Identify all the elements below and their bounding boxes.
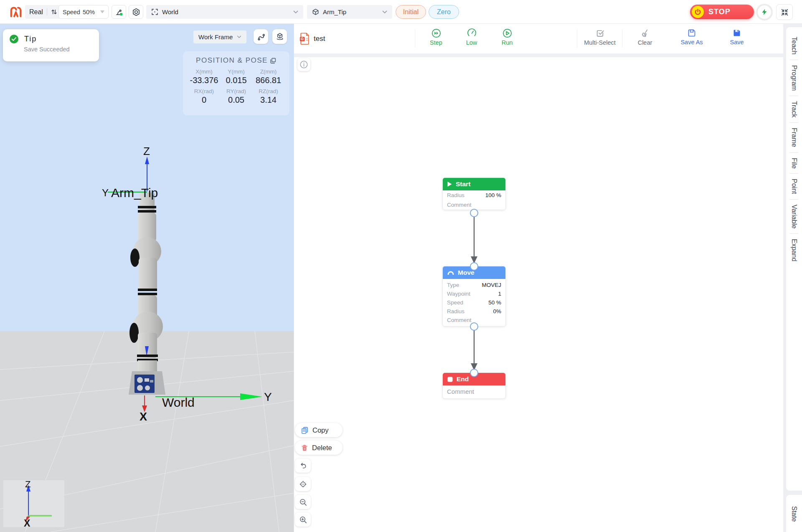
stop-square-icon [447, 377, 453, 382]
clear-button[interactable]: Clear [626, 28, 664, 46]
trajectory-toggle-button[interactable] [254, 29, 268, 44]
node-move[interactable]: Move TypeMOVEJ Waypoint1 Speed50 % Radiu… [442, 266, 506, 327]
toast-title: Tip [24, 35, 37, 43]
divider [790, 60, 798, 60]
copy-icon [301, 426, 309, 434]
state-tab-card: State [786, 495, 802, 532]
zero-button[interactable]: Zero [429, 5, 459, 19]
node-row: Waypoint1 [443, 289, 505, 298]
world-y-label: Y [264, 390, 272, 403]
mini-axes-gizmo: Z X [3, 479, 64, 529]
target-icon [299, 480, 307, 488]
chevron-down-icon [100, 10, 104, 13]
save-icon [732, 28, 741, 38]
zoom-in-button[interactable] [295, 512, 311, 527]
delete-menu-item[interactable]: Delete [295, 441, 343, 455]
save-as-button[interactable]: Save As [673, 28, 711, 46]
undo-button[interactable] [295, 459, 311, 473]
settings-button[interactable] [129, 5, 143, 19]
pose-label: Y(mm) [220, 68, 252, 75]
zoom-in-icon [299, 516, 307, 524]
collapse-view-button[interactable] [776, 4, 793, 20]
mode-selector[interactable]: Real [25, 5, 61, 19]
top-bar: Real Speed 50% World Arm_Tip [0, 0, 802, 24]
tab-frame[interactable]: Frame [791, 123, 797, 152]
move-arc-icon [447, 271, 454, 275]
zoom-out-button[interactable] [295, 495, 311, 509]
step-button[interactable]: Step [417, 28, 455, 46]
node-row: Comment [443, 316, 505, 324]
node-start[interactable]: Start Radius100 % Comment [442, 177, 506, 210]
pose-value: -33.376 [188, 76, 220, 85]
chevron-down-icon [237, 35, 241, 38]
pose-value: 0 [188, 95, 220, 105]
work-frame-selector[interactable]: Work Frame [193, 30, 246, 43]
world-x-label: X [140, 410, 147, 423]
tab-track[interactable]: Track [791, 96, 797, 122]
app-logo-icon [8, 4, 23, 19]
side-tab-card: Teach Program Track Frame File Point Var… [786, 27, 802, 491]
info-button[interactable] [297, 58, 310, 71]
tip-z-label: Z [143, 145, 150, 157]
pose-label: RX(rad) [188, 88, 220, 94]
multi-select-button[interactable]: Multi-Select [575, 28, 625, 46]
info-icon [299, 60, 308, 69]
pose-label: Z(mm) [252, 68, 284, 75]
node-row: Comment [443, 385, 505, 398]
connector-port[interactable] [470, 209, 478, 217]
multi-select-icon [595, 28, 605, 38]
copy-menu-item[interactable]: Copy [295, 423, 343, 437]
view-cube-button[interactable] [272, 29, 287, 44]
divider [47, 8, 47, 15]
pose-panel-title: POSITION & POSE [196, 56, 268, 65]
node-end[interactable]: End Comment [442, 372, 506, 399]
trash-icon [301, 444, 308, 452]
tab-program[interactable]: Program [791, 61, 797, 95]
tab-state[interactable]: State [791, 502, 797, 526]
collapse-icon [781, 8, 789, 16]
pose-values-grid: X(mm)-33.376 Y(mm)0.015 Z(mm)866.81 RX(r… [188, 68, 284, 105]
program-canvas[interactable]: Start Radius100 % Comment Move TypeMOVEJ… [294, 57, 783, 532]
program-toolbar: test Step Low Run Multi-Select [294, 24, 783, 53]
robot-status-button[interactable] [112, 5, 126, 19]
low-speed-button[interactable]: Low [453, 28, 490, 46]
center-view-button[interactable] [295, 477, 311, 491]
chevron-down-icon [382, 10, 387, 14]
tab-teach[interactable]: Teach [791, 32, 797, 59]
pose-value: 3.14 [252, 95, 284, 105]
run-button[interactable]: Run [488, 28, 526, 46]
node-row: Speed50 % [443, 298, 505, 307]
node-move-header: Move [443, 266, 505, 279]
mini-z-label: Z [25, 479, 30, 489]
stop-label: STOP [708, 8, 731, 16]
node-start-header: Start [443, 178, 505, 190]
position-pose-panel: POSITION & POSE X(mm)-33.376 Y(mm)0.015 … [183, 51, 289, 115]
power-quick-button[interactable] [758, 5, 771, 19]
stop-button[interactable]: STOP [690, 5, 754, 19]
pose-label: X(mm) [188, 68, 220, 75]
world-frame-selector[interactable]: World [146, 5, 303, 19]
viewport-3d[interactable]: Z X [0, 24, 294, 532]
world-frame-value: World [162, 8, 178, 15]
cube-rotate-icon [276, 33, 284, 41]
tool-frame-selector[interactable]: Arm_Tip [307, 5, 392, 19]
robot-arm-icon [115, 8, 123, 16]
divider [294, 53, 783, 57]
tab-expand[interactable]: Expand [791, 234, 797, 266]
speed-value: 50% [83, 9, 95, 15]
tab-file[interactable]: File [791, 153, 797, 173]
initial-button[interactable]: Initial [396, 5, 426, 19]
save-button[interactable]: Save [718, 28, 756, 46]
node-row: Radius100 % [443, 190, 505, 200]
tab-variable[interactable]: Variable [791, 200, 797, 233]
divider [790, 122, 798, 123]
speed-selector[interactable]: Speed 50% [58, 5, 109, 19]
copy-pose-icon[interactable] [269, 57, 277, 64]
undo-icon [299, 462, 307, 470]
program-file: test [299, 24, 325, 53]
run-icon [503, 28, 512, 38]
step-icon [431, 28, 441, 38]
program-panel: test Step Low Run Multi-Select [294, 24, 783, 532]
tab-point[interactable]: Point [791, 174, 797, 198]
swap-mode-icon[interactable] [51, 9, 57, 15]
